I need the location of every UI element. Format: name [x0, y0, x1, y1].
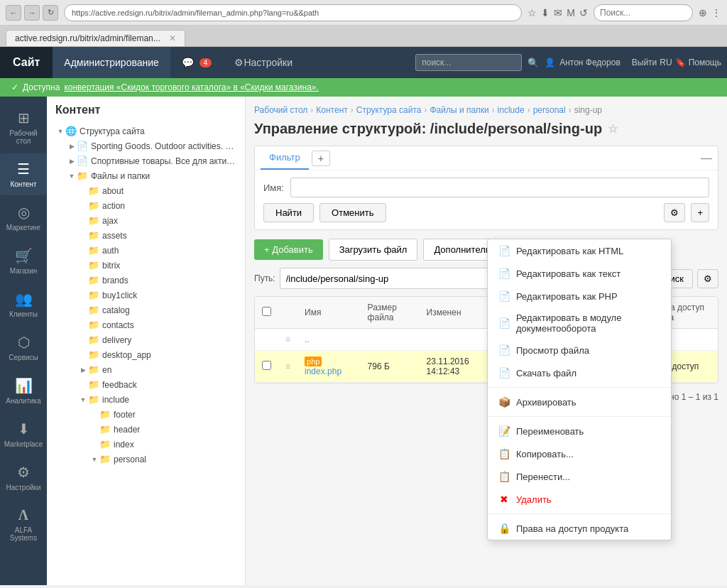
ctx-edit-docflow[interactable]: 📄 Редактировать в модуле документооборот… — [488, 307, 671, 339]
sidebar-item-clients[interactable]: 👥 Клиенты — [0, 283, 47, 325]
tree-item-files[interactable]: ▼ 📁 Файлы и папки — [64, 168, 239, 183]
tree-item-en[interactable]: ▶ 📁 en — [75, 362, 239, 377]
breadcrumb-personal[interactable]: personal — [533, 105, 566, 115]
toggle-sporting-ru[interactable]: ▶ — [67, 156, 77, 166]
tree-item-footer[interactable]: ▶ 📁 footer — [87, 407, 239, 422]
tree-item-header[interactable]: ▶ 📁 header — [87, 422, 239, 437]
breadcrumb-desktop[interactable]: Рабочий стол — [254, 105, 307, 115]
address-bar[interactable]: https://active.redsign.ru/bitrix/admin/f… — [64, 4, 522, 21]
toggle-files[interactable]: ▼ — [67, 171, 77, 181]
breadcrumb-files[interactable]: Файлы и папки — [430, 105, 488, 115]
row-index-name[interactable]: php index.php — [297, 351, 361, 383]
filter-plus-button[interactable]: + — [691, 203, 709, 222]
tree-item-bitrix[interactable]: ▶ 📁 bitrix — [75, 258, 239, 273]
breadcrumb-structure[interactable]: Структура сайта — [356, 105, 422, 115]
tree-item-personal[interactable]: ▼ 📁 personal — [87, 452, 239, 467]
forward-button[interactable]: → — [24, 5, 40, 21]
sidebar-item-services[interactable]: ⬡ Сервисы — [0, 327, 47, 369]
tree-item-structure[interactable]: ▼ 🌐 Структура сайта — [53, 124, 239, 138]
refresh-icon[interactable]: ↺ — [579, 7, 588, 18]
browser-search-input[interactable] — [594, 4, 693, 21]
ctx-edit-text[interactable]: 📄 Редактировать как текст — [488, 262, 671, 285]
tree-item-index[interactable]: ▶ 📁 index — [87, 437, 239, 452]
tree-item-ajax[interactable]: ▶ 📁 ajax — [75, 213, 239, 228]
extension-icon[interactable]: ⊕ — [699, 7, 707, 18]
ctx-preview[interactable]: 📄 Просмотр файла — [488, 339, 671, 361]
reload-button[interactable]: ↻ — [43, 5, 58, 21]
tree-item-action[interactable]: ▶ 📁 action — [75, 198, 239, 213]
tree-item-auth[interactable]: ▶ 📁 auth — [75, 243, 239, 258]
nav-settings[interactable]: ⚙ Настройки — [223, 47, 304, 78]
filter-gear-button[interactable]: ⚙ — [664, 203, 685, 222]
ctx-download[interactable]: 📄 Скачать файл — [488, 361, 671, 384]
filter-add-button[interactable]: + — [312, 151, 330, 166]
add-button[interactable]: + Добавить — [254, 239, 323, 260]
notification-link[interactable]: конвертация «Скидок торгового каталога» … — [64, 82, 318, 92]
filter-collapse-button[interactable]: — — [701, 152, 712, 165]
tree-item-catalog[interactable]: ▶ 📁 catalog — [75, 303, 239, 317]
ctx-archive[interactable]: 📦 Архивировать — [488, 391, 671, 413]
ctx-delete[interactable]: ✖ Удалить — [488, 488, 671, 511]
sidebar-item-desktop[interactable]: ⊞ Рабочий стол — [0, 102, 47, 152]
download-icon[interactable]: ⬇ — [541, 7, 550, 18]
tree-item-sporting-en[interactable]: ▶ 📄 Sporting Goods. Outdoor activities. … — [64, 138, 239, 153]
sidebar-item-content[interactable]: ☰ Контент — [0, 153, 47, 195]
tree-toggle-structure[interactable]: ▼ — [55, 126, 65, 136]
help-link[interactable]: Помощь — [689, 58, 721, 67]
logout-link[interactable]: Выйти — [632, 58, 657, 67]
select-all-checkbox[interactable] — [262, 307, 271, 316]
nav-admin[interactable]: Администрирование — [53, 47, 170, 78]
back-button[interactable]: ← — [6, 5, 21, 21]
filter-name-input[interactable] — [290, 178, 709, 197]
ctx-edit-php[interactable]: 📄 Редактировать как PHP — [488, 285, 671, 307]
find-button[interactable]: Найти — [263, 203, 314, 222]
ctx-rename[interactable]: 📝 Переименовать — [488, 420, 671, 442]
toggle-en[interactable]: ▶ — [78, 365, 88, 375]
ctx-access[interactable]: 🔒 Права на доступ продукта — [488, 517, 671, 540]
nav-settings-with-badge[interactable]: 💬 4 — [170, 47, 224, 78]
ctx-edit-html[interactable]: 📄 Редактировать как HTML — [488, 239, 671, 262]
index-php-link[interactable]: php index.php — [305, 356, 341, 376]
tree-item-assets[interactable]: ▶ 📁 assets — [75, 228, 239, 243]
breadcrumb-content[interactable]: Контент — [316, 105, 347, 115]
toggle-sporting-en[interactable]: ▶ — [67, 141, 77, 151]
favorite-star-icon[interactable]: ☆ — [608, 122, 618, 136]
tree-item-include[interactable]: ▼ 📁 include — [75, 392, 239, 407]
filter-tab-main[interactable]: Фильтр — [261, 146, 309, 170]
sidebar-item-alfa[interactable]: Λ ALFA Systems — [0, 500, 47, 549]
tree-item-about[interactable]: ▶ 📁 about — [75, 183, 239, 198]
sidebar-item-marketplace[interactable]: ⬇ Marketplace — [0, 413, 47, 455]
sidebar-item-analytics[interactable]: 📊 Аналитика — [0, 370, 47, 412]
tree-item-sporting-ru[interactable]: ▶ 📄 Спортивные товары. Все для активного… — [64, 153, 239, 168]
upload-button[interactable]: Загрузить файл — [329, 239, 418, 261]
toggle-include[interactable]: ▼ — [78, 395, 88, 405]
sidebar-item-settings[interactable]: ⚙ Настройки — [0, 457, 47, 499]
row-parent-name[interactable]: .. — [297, 329, 361, 351]
ctx-move[interactable]: 📋 Перенести... — [488, 465, 671, 488]
lang-selector[interactable]: RU — [660, 58, 672, 67]
search-go-icon[interactable]: 🔍 — [528, 58, 539, 68]
mail-icon[interactable]: ✉ — [554, 7, 562, 18]
gmail-icon[interactable]: M — [567, 7, 575, 18]
tree-item-desktop-app[interactable]: ▶ 📁 desktop_app — [75, 347, 239, 362]
menu-icon[interactable]: ⋮ — [711, 7, 721, 18]
tree-item-brands[interactable]: ▶ 📁 brands — [75, 273, 239, 288]
cancel-button[interactable]: Отменить — [319, 203, 386, 222]
tree-item-contacts[interactable]: ▶ 📁 contacts — [75, 317, 239, 332]
row-index-checkbox[interactable] — [255, 351, 278, 383]
toggle-personal[interactable]: ▼ — [89, 454, 99, 464]
ctx-copy[interactable]: 📋 Копировать... — [488, 442, 671, 465]
star-icon[interactable]: ☆ — [528, 7, 537, 18]
bookmark-icon[interactable]: 🔖 — [675, 58, 686, 67]
breadcrumb-include[interactable]: include — [498, 105, 525, 115]
tab-close-icon[interactable]: ✕ — [169, 33, 176, 43]
tree-item-delivery[interactable]: ▶ 📁 delivery — [75, 332, 239, 347]
sidebar-item-marketing[interactable]: ◎ Маркетинг — [0, 197, 47, 239]
active-tab[interactable]: active.redsign.ru/bitrix/admin/fileman..… — [6, 30, 185, 46]
file-checkbox[interactable] — [262, 361, 271, 370]
tree-item-feedback[interactable]: ▶ 📁 feedback — [75, 377, 239, 392]
path-settings-button[interactable]: ⚙ — [697, 269, 718, 288]
tree-item-buy1click[interactable]: ▶ 📁 buy1click — [75, 288, 239, 303]
header-search-input[interactable] — [415, 54, 522, 71]
sidebar-item-shop[interactable]: 🛒 Магазин — [0, 240, 47, 282]
